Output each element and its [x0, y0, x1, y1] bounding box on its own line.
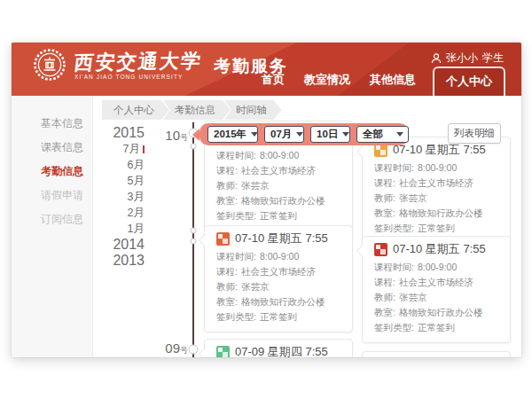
card-field-row: 教室:格物致知行政办公楼 [374, 206, 501, 221]
university-seal-icon [33, 48, 66, 82]
field-value: 8:00-9:00 [418, 162, 457, 173]
attendance-type-icon [216, 232, 230, 246]
field-label: 教师: [374, 292, 395, 302]
timeline-year[interactable]: 2014 [104, 237, 145, 253]
attendance-card: 07-10 星期五 7:55课程时间:8:00-9:00课程:社会主义市场经济教… [362, 236, 511, 343]
field-value: 张芸京 [399, 192, 427, 203]
card-field-row: 课程:社会主义市场经济 [216, 264, 343, 279]
sidebar-item[interactable]: 课表信息 [12, 136, 92, 160]
timeline-node [191, 144, 197, 150]
field-label: 课程: [374, 177, 395, 188]
card-field-row: 教室:格物致知行政办公楼 [216, 294, 343, 309]
chevron-down-icon [251, 132, 258, 137]
timeline-month[interactable]: 3月 [104, 189, 145, 205]
card-field-row: 课程时间:8:00-9:00 [374, 160, 501, 176]
card-field-row: 课程时间:8:00-9:00 [216, 148, 343, 163]
card-header: 07-10 星期五 7:55 [374, 241, 501, 257]
nav-link[interactable]: 教室情况 [294, 72, 360, 96]
field-value: 格物致知行政办公楼 [399, 307, 483, 317]
main-nav: 首页教室情况其他信息个人中心 [252, 66, 505, 96]
card-field-row: 教室:格物致知行政办公楼 [216, 193, 343, 208]
timeline-month[interactable]: 1月 [104, 221, 145, 237]
sidebar-item[interactable]: 基本信息 [12, 112, 92, 136]
timeline-node [191, 228, 197, 234]
field-value: 8:00-9:00 [260, 251, 299, 262]
field-label: 课程: [216, 266, 238, 277]
attendance-type-icon [216, 346, 230, 358]
card-field-row: 课程:社会主义市场经济 [374, 275, 501, 290]
university-name-en: XI'AN JIAO TONG UNIVERSITY [74, 74, 202, 80]
timeline-year[interactable]: 2013 [104, 253, 145, 269]
timeline-month[interactable]: 5月 [104, 173, 145, 189]
brand-text: 西安交通大学 XI'AN JIAO TONG UNIVERSITY [74, 51, 202, 80]
field-label: 教室: [216, 296, 238, 307]
active-month-tick [143, 145, 145, 153]
day-number: 09 [165, 340, 180, 356]
field-value: 张芸京 [399, 292, 427, 302]
breadcrumb-item[interactable]: 考勤信息 [163, 100, 231, 120]
nav-tab-active[interactable]: 个人中心 [433, 66, 505, 96]
field-label: 教师: [216, 281, 238, 292]
sidebar-item[interactable]: 考勤信息 [12, 160, 92, 184]
breadcrumb-item[interactable]: 时间轴 [224, 100, 282, 120]
field-label: 签到类型: [374, 223, 414, 233]
user-info[interactable]: 张小小 学生 [431, 51, 504, 66]
user-icon [431, 53, 442, 64]
sidebar-item[interactable]: 订阅信息 [12, 207, 92, 231]
field-label: 签到类型: [374, 322, 414, 332]
nav-link[interactable]: 其他信息 [360, 72, 426, 96]
month-select-value: 07月 [270, 128, 292, 141]
timeline-month[interactable]: 6月 [104, 157, 145, 173]
page: 西安交通大学 XI'AN JIAO TONG UNIVERSITY 考勤服务 张… [0, 0, 532, 399]
card-field-row: 签到类型:正常签到 [216, 309, 343, 325]
nav-link[interactable]: 首页 [252, 72, 294, 96]
card-field-row: 课程时间:8:00-9:00 [374, 260, 501, 275]
card-field-row: 教师:张芸京 [216, 178, 343, 193]
chevron-down-icon [296, 132, 303, 137]
app-header: 西安交通大学 XI'AN JIAO TONG UNIVERSITY 考勤服务 张… [12, 43, 521, 96]
card-field-row: 教师:张芸京 [374, 290, 501, 305]
type-select[interactable]: 全部 [356, 126, 409, 143]
user-name: 张小小 [446, 51, 478, 66]
field-label: 课程时间: [374, 262, 414, 272]
card-date: 07-09 星期四 7:55 [235, 344, 328, 357]
sidebar: 基本信息课表信息考勤信息请假申请订阅信息 [12, 96, 93, 357]
card-field-row: 课程时间:8:00-9:00 [216, 249, 343, 264]
list-detail-button[interactable]: 列表明细 [448, 123, 501, 144]
main-content: 个人中心考勤信息时间轴 20157月6月5月3月2月1月20142013 10号… [93, 96, 521, 357]
day-marker-09: 09号 [104, 340, 188, 356]
field-value: 正常签到 [418, 223, 455, 233]
field-label: 课程时间: [216, 150, 256, 160]
attendance-type-icon [374, 243, 387, 256]
sidebar-item[interactable]: 请假申请 [12, 184, 92, 207]
timeline-month[interactable]: 2月 [104, 205, 145, 221]
attendance-card: 07-10 星期五 7:55课程时间:8:00-9:00课程:社会主义市场经济教… [362, 137, 511, 244]
field-value: 8:00-9:00 [418, 262, 457, 272]
year-select[interactable]: 2015年 [207, 126, 258, 143]
field-label: 签到类型: [216, 210, 256, 221]
field-value: 格物致知行政办公楼 [241, 195, 325, 206]
card-field-row: 教师:张芸京 [374, 191, 501, 206]
field-value: 社会主义市场经济 [399, 277, 473, 287]
card-field-row: 教师:张芸京 [216, 279, 343, 294]
field-value: 正常签到 [418, 322, 455, 332]
field-label: 课程: [374, 277, 395, 287]
month-select[interactable]: 07月 [264, 126, 304, 143]
field-value: 正常签到 [260, 210, 297, 221]
timeline-scale: 20157月6月5月3月2月1月20142013 [104, 125, 145, 269]
field-label: 教室: [216, 195, 238, 206]
field-value: 8:00-9:00 [260, 150, 299, 160]
day-number: 10 [165, 128, 180, 143]
card-field-row: 签到类型:正常签到 [374, 320, 501, 335]
field-value: 社会主义市场经济 [399, 177, 473, 188]
card-date: 07-10 星期五 7:55 [235, 231, 328, 246]
chevron-down-icon [342, 132, 349, 137]
card-date: 07-10 星期五 7:55 [393, 241, 486, 257]
breadcrumb-item[interactable]: 个人中心 [102, 100, 169, 120]
day-suffix: 号 [180, 346, 188, 355]
type-select-value: 全部 [363, 128, 383, 141]
field-value: 格物致知行政办公楼 [399, 207, 483, 218]
card-header: 07-10 星期五 7:55 [216, 231, 343, 246]
field-label: 教师: [216, 180, 238, 191]
day-select[interactable]: 10日 [310, 126, 350, 143]
